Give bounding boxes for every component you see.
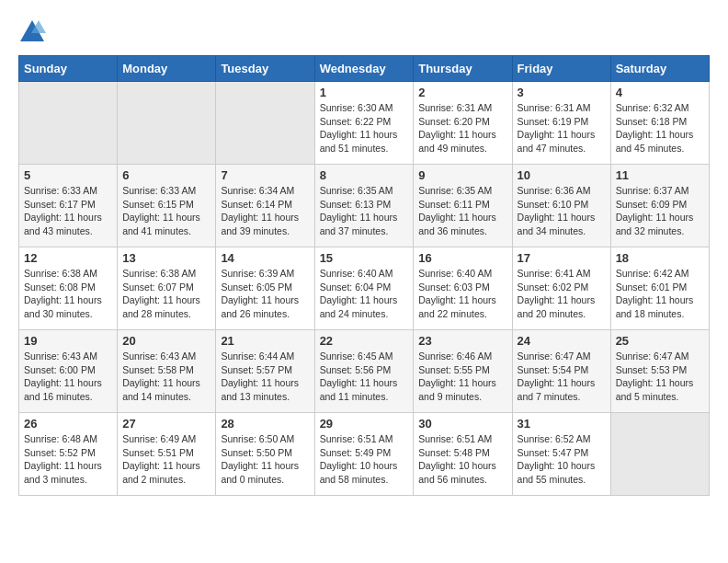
day-number: 22 [320, 334, 409, 348]
col-wednesday: Wednesday [314, 56, 414, 82]
day-info: Sunrise: 6:40 AMSunset: 6:03 PMDaylight:… [418, 267, 506, 321]
day-info: Sunrise: 6:48 AMSunset: 5:52 PMDaylight:… [24, 432, 112, 487]
day-number: 18 [616, 251, 704, 265]
calendar-cell: 19Sunrise: 6:43 AMSunset: 6:00 PMDayligh… [19, 330, 118, 413]
calendar-cell: 22Sunrise: 6:45 AMSunset: 5:56 PMDayligh… [314, 330, 414, 413]
calendar-cell: 15Sunrise: 6:40 AMSunset: 6:04 PMDayligh… [314, 247, 414, 330]
day-info: Sunrise: 6:52 AMSunset: 5:47 PMDaylight:… [518, 432, 606, 487]
day-info: Sunrise: 6:35 AMSunset: 6:13 PMDaylight:… [320, 184, 409, 238]
col-tuesday: Tuesday [216, 56, 314, 82]
calendar-cell: 18Sunrise: 6:42 AMSunset: 6:01 PMDayligh… [610, 247, 709, 330]
calendar-week-5: 26Sunrise: 6:48 AMSunset: 5:52 PMDayligh… [19, 413, 710, 496]
day-number: 11 [616, 168, 704, 182]
header-row: Sunday Monday Tuesday Wednesday Thursday… [19, 56, 710, 82]
calendar-cell [19, 82, 118, 165]
day-info: Sunrise: 6:37 AMSunset: 6:09 PMDaylight:… [616, 184, 704, 238]
day-number: 9 [418, 168, 506, 182]
calendar-cell: 1Sunrise: 6:30 AMSunset: 6:22 PMDaylight… [314, 82, 414, 165]
calendar-body: 1Sunrise: 6:30 AMSunset: 6:22 PMDaylight… [19, 82, 710, 496]
calendar-cell: 17Sunrise: 6:41 AMSunset: 6:02 PMDayligh… [512, 247, 610, 330]
day-info: Sunrise: 6:31 AMSunset: 6:19 PMDaylight:… [518, 101, 606, 155]
day-number: 15 [320, 251, 409, 265]
calendar-cell [610, 413, 709, 496]
day-info: Sunrise: 6:44 AMSunset: 5:57 PMDaylight:… [221, 350, 309, 404]
day-number: 31 [518, 417, 606, 431]
page-header [18, 18, 710, 46]
day-info: Sunrise: 6:33 AMSunset: 6:17 PMDaylight:… [24, 184, 112, 238]
calendar-header: Sunday Monday Tuesday Wednesday Thursday… [19, 56, 710, 82]
calendar-cell: 5Sunrise: 6:33 AMSunset: 6:17 PMDaylight… [19, 165, 118, 247]
day-number: 26 [24, 417, 112, 431]
calendar-cell: 21Sunrise: 6:44 AMSunset: 5:57 PMDayligh… [216, 330, 314, 413]
day-number: 7 [221, 168, 309, 182]
calendar-cell: 30Sunrise: 6:51 AMSunset: 5:48 PMDayligh… [414, 413, 512, 496]
calendar-cell: 7Sunrise: 6:34 AMSunset: 6:14 PMDaylight… [216, 165, 314, 247]
day-number: 6 [122, 168, 210, 182]
day-number: 5 [24, 168, 112, 182]
calendar-week-2: 5Sunrise: 6:33 AMSunset: 6:17 PMDaylight… [19, 165, 710, 247]
day-info: Sunrise: 6:47 AMSunset: 5:54 PMDaylight:… [518, 350, 606, 404]
day-number: 17 [518, 251, 606, 265]
day-number: 24 [518, 334, 606, 348]
calendar-cell: 12Sunrise: 6:38 AMSunset: 6:08 PMDayligh… [19, 247, 118, 330]
day-number: 14 [221, 251, 309, 265]
calendar-cell: 2Sunrise: 6:31 AMSunset: 6:20 PMDaylight… [414, 82, 512, 165]
day-number: 1 [320, 86, 409, 99]
day-info: Sunrise: 6:40 AMSunset: 6:04 PMDaylight:… [320, 267, 409, 321]
calendar-cell: 29Sunrise: 6:51 AMSunset: 5:49 PMDayligh… [314, 413, 414, 496]
day-number: 4 [616, 86, 704, 99]
day-info: Sunrise: 6:45 AMSunset: 5:56 PMDaylight:… [320, 350, 409, 404]
calendar-cell [216, 82, 314, 165]
logo-icon [18, 18, 46, 46]
day-number: 23 [418, 334, 506, 348]
calendar-cell: 23Sunrise: 6:46 AMSunset: 5:55 PMDayligh… [414, 330, 512, 413]
day-number: 2 [418, 86, 506, 99]
calendar-table: Sunday Monday Tuesday Wednesday Thursday… [18, 55, 710, 496]
calendar-cell: 8Sunrise: 6:35 AMSunset: 6:13 PMDaylight… [314, 165, 414, 247]
calendar-cell: 31Sunrise: 6:52 AMSunset: 5:47 PMDayligh… [512, 413, 610, 496]
day-info: Sunrise: 6:50 AMSunset: 5:50 PMDaylight:… [221, 432, 309, 487]
day-info: Sunrise: 6:36 AMSunset: 6:10 PMDaylight:… [518, 184, 606, 238]
calendar-cell: 14Sunrise: 6:39 AMSunset: 6:05 PMDayligh… [216, 247, 314, 330]
col-friday: Friday [512, 56, 610, 82]
day-info: Sunrise: 6:33 AMSunset: 6:15 PMDaylight:… [122, 184, 210, 238]
day-number: 27 [122, 417, 210, 431]
calendar-cell: 20Sunrise: 6:43 AMSunset: 5:58 PMDayligh… [118, 330, 216, 413]
calendar-week-4: 19Sunrise: 6:43 AMSunset: 6:00 PMDayligh… [19, 330, 710, 413]
day-number: 29 [320, 417, 409, 431]
col-sunday: Sunday [19, 56, 118, 82]
day-number: 21 [221, 334, 309, 348]
day-info: Sunrise: 6:32 AMSunset: 6:18 PMDaylight:… [616, 101, 704, 155]
day-info: Sunrise: 6:46 AMSunset: 5:55 PMDaylight:… [418, 350, 506, 404]
day-number: 16 [418, 251, 506, 265]
day-info: Sunrise: 6:42 AMSunset: 6:01 PMDaylight:… [616, 267, 704, 321]
calendar-cell: 11Sunrise: 6:37 AMSunset: 6:09 PMDayligh… [610, 165, 709, 247]
day-number: 10 [518, 168, 606, 182]
day-info: Sunrise: 6:39 AMSunset: 6:05 PMDaylight:… [221, 267, 309, 321]
calendar-cell: 28Sunrise: 6:50 AMSunset: 5:50 PMDayligh… [216, 413, 314, 496]
day-info: Sunrise: 6:51 AMSunset: 5:49 PMDaylight:… [320, 432, 409, 487]
day-number: 28 [221, 417, 309, 431]
day-info: Sunrise: 6:30 AMSunset: 6:22 PMDaylight:… [320, 101, 409, 155]
col-monday: Monday [118, 56, 216, 82]
col-saturday: Saturday [610, 56, 709, 82]
calendar-cell: 24Sunrise: 6:47 AMSunset: 5:54 PMDayligh… [512, 330, 610, 413]
day-info: Sunrise: 6:47 AMSunset: 5:53 PMDaylight:… [616, 350, 704, 404]
calendar-cell: 4Sunrise: 6:32 AMSunset: 6:18 PMDaylight… [610, 82, 709, 165]
calendar-cell: 9Sunrise: 6:35 AMSunset: 6:11 PMDaylight… [414, 165, 512, 247]
day-number: 3 [518, 86, 606, 99]
day-info: Sunrise: 6:43 AMSunset: 6:00 PMDaylight:… [24, 350, 112, 404]
calendar-week-1: 1Sunrise: 6:30 AMSunset: 6:22 PMDaylight… [19, 82, 710, 165]
calendar-cell: 16Sunrise: 6:40 AMSunset: 6:03 PMDayligh… [414, 247, 512, 330]
calendar-cell [118, 82, 216, 165]
logo [18, 18, 50, 46]
calendar-cell: 6Sunrise: 6:33 AMSunset: 6:15 PMDaylight… [118, 165, 216, 247]
calendar-cell: 3Sunrise: 6:31 AMSunset: 6:19 PMDaylight… [512, 82, 610, 165]
day-number: 13 [122, 251, 210, 265]
day-number: 20 [122, 334, 210, 348]
calendar-cell: 10Sunrise: 6:36 AMSunset: 6:10 PMDayligh… [512, 165, 610, 247]
day-number: 25 [616, 334, 704, 348]
day-info: Sunrise: 6:38 AMSunset: 6:07 PMDaylight:… [122, 267, 210, 321]
calendar-cell: 27Sunrise: 6:49 AMSunset: 5:51 PMDayligh… [118, 413, 216, 496]
calendar-cell: 26Sunrise: 6:48 AMSunset: 5:52 PMDayligh… [19, 413, 118, 496]
